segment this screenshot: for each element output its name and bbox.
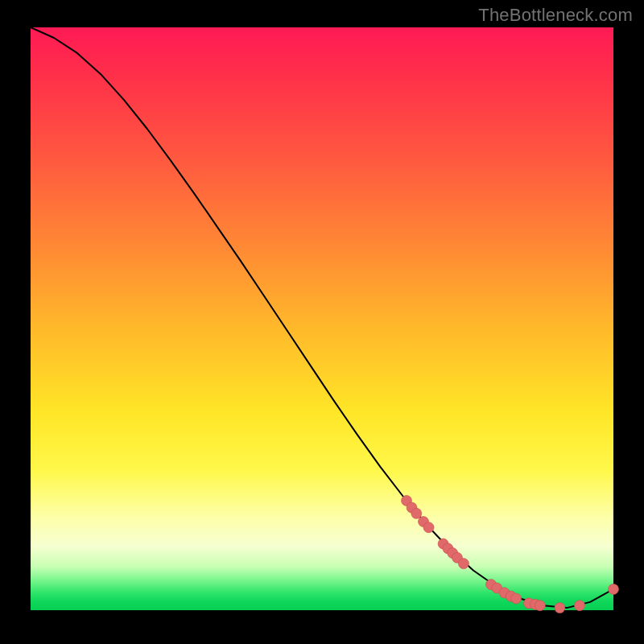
curve-marker (609, 584, 619, 594)
chart-stage: TheBottleneck.com (0, 0, 644, 644)
gradient-panel (31, 27, 613, 610)
curve-marker (535, 601, 545, 611)
chart-svg (31, 27, 613, 610)
curve-marker (555, 603, 565, 613)
curve-marker (423, 522, 434, 533)
curve-markers (402, 495, 619, 613)
curve-marker (411, 508, 422, 518)
watermark-text: TheBottleneck.com (478, 5, 633, 26)
curve-marker (575, 601, 585, 611)
bottleneck-curve (31, 27, 613, 608)
curve-marker (458, 559, 469, 569)
curve-marker (511, 593, 522, 604)
